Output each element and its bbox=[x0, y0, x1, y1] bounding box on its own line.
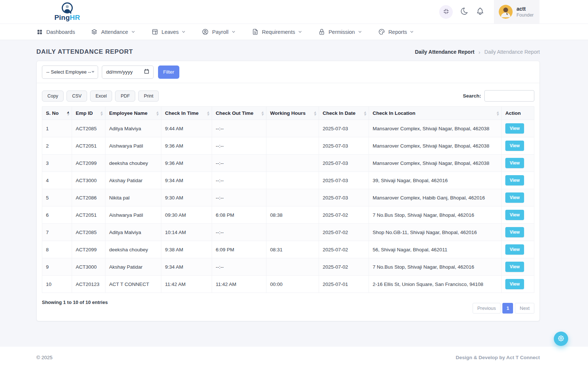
sort-icon: ▲▼ bbox=[207, 111, 209, 116]
chevron-down-icon bbox=[298, 29, 302, 34]
view-button[interactable]: View bbox=[505, 210, 524, 220]
table-row: 8ACT2099deeksha choubey9:38 AM6:09 PM08:… bbox=[42, 241, 534, 258]
date-input-value: dd/mm/yyyy bbox=[106, 69, 133, 75]
nav-item-label: Payroll bbox=[212, 29, 228, 35]
nav-item-reports[interactable]: Reports bbox=[378, 28, 415, 35]
nav-item-requirements[interactable]: Requirements bbox=[252, 28, 302, 35]
view-button[interactable]: View bbox=[505, 279, 524, 289]
sort-icon: ▲▼ bbox=[156, 111, 158, 116]
view-button[interactable]: View bbox=[505, 175, 524, 185]
user-role: Founder bbox=[516, 13, 534, 18]
dark-mode-toggle-button[interactable] bbox=[460, 7, 469, 17]
sort-icon: ▲▼ bbox=[67, 111, 69, 116]
page-body: DAILY ATTENDANCE REPORT Daily Attendance… bbox=[0, 40, 588, 347]
sort-icon: ▲▼ bbox=[261, 111, 263, 116]
column-header-check-in-date[interactable]: Check In Date▲▼ bbox=[319, 107, 369, 120]
filter-row: -- Select Employee -- dd/mm/yyyy Filter bbox=[37, 61, 539, 83]
notifications-button[interactable] bbox=[476, 7, 484, 17]
breadcrumb-item-link[interactable]: Daily Attendance Report bbox=[415, 49, 474, 55]
nav-item-dashboards[interactable]: Dashboards bbox=[36, 29, 75, 35]
pagination: Previous 1 Next bbox=[473, 303, 534, 314]
column-header-emp-id[interactable]: Emp ID▲▼ bbox=[72, 107, 105, 120]
main-nav: DashboardsAttendanceLeavesPayrollRequire… bbox=[0, 24, 588, 40]
column-header-check-in-location[interactable]: Check In Location▲▼ bbox=[369, 107, 502, 120]
filter-button[interactable]: Filter bbox=[158, 66, 179, 79]
column-header-s-no[interactable]: S. No▲▼ bbox=[42, 107, 72, 120]
lock-icon bbox=[318, 28, 325, 35]
report-card: -- Select Employee -- dd/mm/yyyy Filter … bbox=[36, 61, 540, 321]
view-button[interactable]: View bbox=[505, 123, 524, 134]
title-row: DAILY ATTENDANCE REPORT Daily Attendance… bbox=[36, 48, 540, 56]
chevron-down-icon bbox=[231, 29, 236, 34]
search-input[interactable] bbox=[484, 90, 534, 102]
settings-fab-button[interactable] bbox=[554, 332, 568, 346]
nav-item-label: Reports bbox=[388, 29, 407, 35]
column-header-working-hours[interactable]: Working Hours▲▼ bbox=[266, 107, 319, 120]
breadcrumb-item-current: Daily Attendance Report bbox=[484, 49, 540, 55]
employee-select[interactable]: -- Select Employee -- bbox=[42, 66, 98, 79]
column-header-check-in-time[interactable]: Check In Time▲▼ bbox=[161, 107, 212, 120]
column-header-check-out-time[interactable]: Check Out Time▲▼ bbox=[212, 107, 266, 120]
table-row: 2ACT2051Aishwarya Patil9:36 AM--:--2025-… bbox=[42, 137, 534, 155]
view-button[interactable]: View bbox=[505, 158, 524, 168]
select-caret-icon bbox=[92, 71, 94, 73]
user-circle-icon bbox=[202, 28, 209, 35]
chevron-down-icon bbox=[358, 29, 362, 34]
table-header-row: S. No▲▼Emp ID▲▼Employee Name▲▼Check In T… bbox=[42, 107, 534, 120]
table-info: Showing 1 to 10 of 10 entries bbox=[42, 300, 108, 305]
chevron-down-icon bbox=[409, 29, 414, 34]
nav-item-label: Requirements bbox=[262, 29, 295, 35]
user-menu[interactable]: actt Founder bbox=[494, 0, 539, 24]
brand-logo[interactable]: PingHR bbox=[54, 2, 80, 22]
nav-item-permission[interactable]: Permission bbox=[318, 28, 362, 35]
search-box: Search: bbox=[463, 90, 534, 102]
gear-icon bbox=[557, 335, 564, 343]
table-row: 6ACT2051Aishwarya Patil09:30 AM6:08 PM08… bbox=[42, 206, 534, 224]
pinghr-logo-icon bbox=[61, 2, 74, 15]
table-footer: Showing 1 to 10 of 10 entries Previous 1… bbox=[37, 293, 539, 314]
view-button[interactable]: View bbox=[505, 141, 524, 151]
view-button[interactable]: View bbox=[505, 262, 524, 272]
nav-item-label: Dashboards bbox=[46, 29, 75, 35]
sort-icon: ▲▼ bbox=[314, 111, 316, 116]
date-input[interactable]: dd/mm/yyyy bbox=[102, 66, 154, 79]
employee-select-value: -- Select Employee -- bbox=[46, 69, 91, 75]
nav-item-label: Leaves bbox=[162, 29, 179, 35]
bell-icon bbox=[476, 7, 484, 17]
brand-name: PingHR bbox=[54, 14, 80, 22]
pagination-previous-button[interactable]: Previous bbox=[473, 303, 501, 314]
view-button[interactable]: View bbox=[505, 244, 524, 255]
chevron-down-icon bbox=[131, 29, 136, 34]
view-button[interactable]: View bbox=[505, 227, 524, 237]
sort-icon: ▲▼ bbox=[496, 111, 499, 116]
header-actions: actt Founder bbox=[439, 0, 539, 24]
view-button[interactable]: View bbox=[505, 192, 524, 203]
export-print-button[interactable]: Print bbox=[138, 91, 159, 102]
sort-icon: ▲▼ bbox=[364, 111, 366, 116]
layers-icon bbox=[91, 28, 98, 35]
file-text-icon bbox=[252, 28, 259, 35]
table-row: 7ACT2085Aditya Malviya10:14 AM--:--2025-… bbox=[42, 224, 534, 241]
nav-item-payroll[interactable]: Payroll bbox=[202, 28, 236, 35]
pagination-page-1-button[interactable]: 1 bbox=[502, 303, 513, 314]
export-pdf-button[interactable]: PDF bbox=[115, 91, 135, 102]
fullscreen-toggle-button[interactable] bbox=[439, 5, 453, 19]
chevron-down-icon bbox=[181, 29, 186, 34]
page-footer: © 2025 Design & Develop by Act T Connect bbox=[0, 347, 588, 368]
table-row: 3ACT2099deeksha choubey9:36 AM--:--2025-… bbox=[42, 155, 534, 172]
app-root: PingHR bbox=[0, 0, 588, 368]
pagination-next-button[interactable]: Next bbox=[515, 303, 534, 314]
user-name: actt bbox=[516, 6, 534, 12]
nav-item-attendance[interactable]: Attendance bbox=[91, 28, 135, 35]
layout-icon bbox=[151, 28, 158, 35]
nav-item-leaves[interactable]: Leaves bbox=[151, 28, 186, 35]
export-copy-button[interactable]: Copy bbox=[42, 91, 64, 102]
table-row: 9ACT3000Akshay Patidar9:34 AM--:--2025-0… bbox=[42, 258, 534, 276]
export-csv-button[interactable]: CSV bbox=[67, 91, 87, 102]
export-excel-button[interactable]: Excel bbox=[90, 91, 112, 102]
sort-icon: ▲▼ bbox=[100, 111, 103, 116]
column-header-action: Action bbox=[502, 107, 534, 120]
column-header-employee-name[interactable]: Employee Name▲▼ bbox=[105, 107, 161, 120]
export-buttons: CopyCSVExcelPDFPrint bbox=[42, 91, 159, 102]
compress-icon bbox=[443, 8, 449, 16]
